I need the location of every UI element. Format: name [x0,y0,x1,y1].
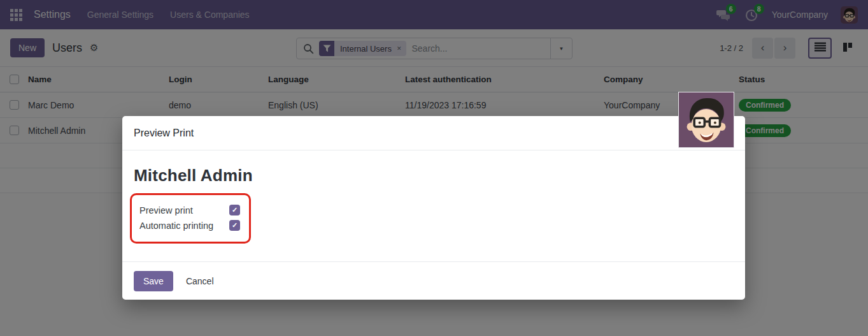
screen: Settings General Settings Users & Compan… [0,0,868,336]
preview-print-field: Preview print [139,205,240,215]
automatic-printing-field: Automatic printing [139,220,240,231]
cancel-button[interactable]: Cancel [186,276,214,286]
modal-footer: Save Cancel [122,261,745,300]
save-button[interactable]: Save [134,271,173,291]
record-name-heading: Mitchell Admin [134,166,734,186]
highlight-annotation-box: Preview print Automatic printing [130,193,251,244]
preview-print-checkbox[interactable] [229,205,240,215]
record-avatar [679,92,734,147]
modal-title: Preview Print [134,128,194,139]
automatic-printing-label: Automatic printing [139,221,213,231]
modal-header: Preview Print ✕ [122,116,745,150]
preview-print-dialog: Preview Print ✕ Mitchell Admin Preview p… [122,116,745,300]
modal-body: Mitchell Admin Preview print Automatic p… [122,150,745,261]
automatic-printing-checkbox[interactable] [229,220,240,231]
preview-print-label: Preview print [139,205,193,215]
